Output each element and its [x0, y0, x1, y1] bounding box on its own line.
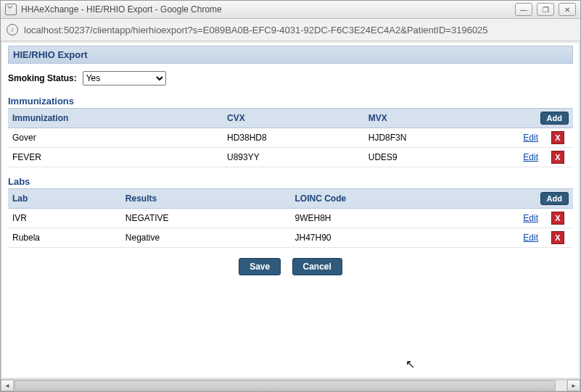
add-immunization-button[interactable]: Add — [540, 112, 569, 125]
cancel-button[interactable]: Cancel — [292, 258, 342, 275]
horizontal-scrollbar[interactable]: ◄ ► — [1, 379, 580, 391]
smoking-status-select[interactable]: Yes — [83, 71, 166, 86]
immunization-name: FEVER — [8, 148, 223, 167]
col-results: Results — [121, 189, 291, 209]
delete-icon[interactable]: X — [551, 131, 564, 144]
delete-icon[interactable]: X — [551, 231, 564, 244]
lab-loinc: 9WEH8H — [290, 209, 498, 228]
edit-link[interactable]: Edit — [523, 152, 538, 162]
lab-name: IVR — [8, 209, 121, 228]
edit-link[interactable]: Edit — [523, 133, 538, 143]
scroll-track[interactable] — [14, 380, 567, 391]
immunization-mvx: UDES9 — [364, 148, 498, 167]
scroll-left-button[interactable]: ◄ — [1, 380, 14, 391]
scroll-right-button[interactable]: ► — [567, 380, 580, 391]
lab-loinc: JH47H90 — [290, 228, 498, 248]
cursor-icon: ↖ — [405, 357, 415, 371]
lab-result: NEGATIVE — [121, 209, 291, 228]
col-cvx: CVX — [223, 109, 364, 128]
add-lab-button[interactable]: Add — [540, 192, 569, 205]
immunization-cvx: U893YY — [223, 148, 364, 167]
window-close-button[interactable]: ✕ — [559, 3, 576, 16]
immunization-name: Gover — [8, 128, 223, 148]
page-content: HIE/RHIO Export Smoking Status: Yes Immu… — [2, 43, 579, 378]
address-text: localhost:50237/clientapp/hierhioexport?… — [24, 25, 488, 36]
edit-link[interactable]: Edit — [523, 213, 538, 223]
table-row: Gover HD38HD8 HJD8F3N Edit X — [8, 128, 573, 148]
page-title: HIE/RHIO Export — [8, 46, 573, 64]
window-minimize-button[interactable]: — — [515, 3, 532, 16]
delete-icon[interactable]: X — [551, 151, 564, 164]
delete-icon[interactable]: X — [551, 212, 564, 225]
immunizations-table: Immunization CVX MVX Add Gover HD38HD8 H… — [8, 108, 573, 167]
col-lab: Lab — [8, 189, 121, 209]
immunization-cvx: HD38HD8 — [223, 128, 364, 148]
site-info-icon[interactable]: i — [7, 24, 18, 36]
col-immunization: Immunization — [8, 109, 223, 128]
lab-result: Negative — [121, 228, 291, 248]
save-button[interactable]: Save — [239, 258, 281, 275]
address-bar[interactable]: i localhost:50237/clientapp/hierhioexpor… — [1, 19, 580, 41]
immunizations-heading: Immunizations — [8, 96, 573, 107]
immunization-mvx: HJD8F3N — [364, 128, 498, 148]
col-mvx: MVX — [364, 109, 498, 128]
lab-name: Rubela — [8, 228, 121, 248]
table-row: Rubela Negative JH47H90 Edit X — [8, 228, 573, 248]
window-titlebar: HHAeXchange - HIE/RHIO Export - Google C… — [1, 1, 580, 19]
smoking-status-label: Smoking Status: — [8, 73, 77, 83]
window-maximize-button[interactable]: ❐ — [537, 3, 554, 16]
table-row: FEVER U893YY UDES9 Edit X — [8, 148, 573, 167]
table-row: IVR NEGATIVE 9WEH8H Edit X — [8, 209, 573, 228]
page-icon — [5, 4, 17, 15]
labs-table: Lab Results LOINC Code Add IVR NEGATIVE … — [8, 188, 573, 248]
labs-heading: Labs — [8, 176, 573, 187]
edit-link[interactable]: Edit — [523, 233, 538, 243]
col-loinc: LOINC Code — [290, 189, 498, 209]
window-title: HHAeXchange - HIE/RHIO Export - Google C… — [21, 4, 515, 14]
scroll-thumb[interactable] — [15, 380, 556, 391]
